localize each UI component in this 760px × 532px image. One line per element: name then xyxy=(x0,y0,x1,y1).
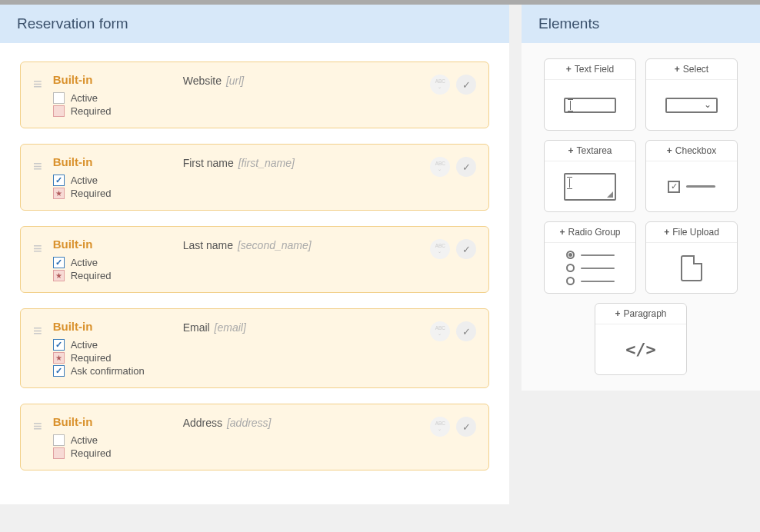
spellcheck-button[interactable]: ABC⌄ xyxy=(430,321,450,341)
field-label: Website [url] xyxy=(183,73,419,87)
element-preview xyxy=(646,161,737,211)
element-label: Select xyxy=(683,64,708,75)
required-checkbox[interactable] xyxy=(53,188,65,199)
field-actions: ABC⌄✓ xyxy=(430,320,476,341)
active-checkbox-row: Active xyxy=(53,175,172,186)
field-card-left: Built-inActiveRequiredAsk confirmation xyxy=(53,320,172,377)
field-label: Email [email] xyxy=(183,320,419,334)
required-checkbox-label: Required xyxy=(71,188,112,199)
drag-handle-icon[interactable]: ≡ xyxy=(33,73,42,91)
active-checkbox[interactable] xyxy=(53,257,65,268)
drag-handle-icon[interactable]: ≡ xyxy=(33,320,42,338)
confirm-button[interactable]: ✓ xyxy=(456,157,476,177)
spellcheck-button[interactable]: ABC⌄ xyxy=(430,75,450,95)
required-checkbox[interactable] xyxy=(53,105,65,117)
field-actions: ABC⌄✓ xyxy=(430,73,476,95)
element-title: +Textarea xyxy=(545,141,635,161)
drag-handle-icon[interactable]: ≡ xyxy=(33,415,42,434)
required-checkbox-label: Required xyxy=(71,352,112,364)
confirm-button[interactable]: ✓ xyxy=(456,417,476,437)
field-card-left: Built-inActiveRequired xyxy=(53,415,172,459)
confirm-button[interactable]: ✓ xyxy=(456,239,476,259)
element-title: +File Upload xyxy=(646,222,737,243)
field-type-label: Built-in xyxy=(53,415,172,428)
active-checkbox[interactable] xyxy=(53,175,65,186)
field-card-left: Built-inActiveRequired xyxy=(53,155,172,199)
element-preview xyxy=(545,80,635,130)
required-checkbox[interactable] xyxy=(53,270,65,281)
element-label: Paragraph xyxy=(623,308,666,319)
element-title: +Select xyxy=(646,59,737,80)
field-type-label: Built-in xyxy=(53,238,172,251)
spellcheck-button[interactable]: ABC⌄ xyxy=(430,417,450,437)
element-label: File Upload xyxy=(672,227,719,238)
element-radiogroup[interactable]: +Radio Group xyxy=(544,221,636,294)
active-checkbox-row: Active xyxy=(53,92,172,104)
field-slug: [address] xyxy=(224,417,271,429)
field-slug: [first_name] xyxy=(235,157,295,169)
field-card: ≡Built-inActiveRequiredWebsite [url]ABC⌄… xyxy=(20,62,489,128)
field-slug: [url] xyxy=(223,75,244,87)
active-checkbox-row: Active xyxy=(53,434,172,446)
plus-icon: + xyxy=(615,308,620,319)
required-checkbox-row: Required xyxy=(53,105,172,117)
plus-icon: + xyxy=(559,227,565,238)
app-root: Reservation form ≡Built-inActiveRequired… xyxy=(0,5,760,504)
plus-icon: + xyxy=(675,64,680,75)
element-title: +Paragraph xyxy=(595,304,686,324)
ask-confirmation-checkbox-label: Ask confirmation xyxy=(71,365,145,377)
required-checkbox-label: Required xyxy=(71,447,112,459)
element-title: +Radio Group xyxy=(545,222,635,243)
field-label-text: First name xyxy=(183,157,234,169)
field-label-text: Website xyxy=(183,75,222,87)
element-checkbox[interactable]: +Checkbox xyxy=(645,140,738,212)
elements-panel-title: Elements xyxy=(522,5,760,43)
element-title: +Checkbox xyxy=(646,141,737,161)
field-card-left: Built-inActiveRequired xyxy=(53,73,172,117)
element-textfield[interactable]: +Text Field xyxy=(544,58,636,131)
element-preview xyxy=(646,243,737,293)
field-card: ≡Built-inActiveRequiredLast name [second… xyxy=(20,226,489,293)
field-card-left: Built-inActiveRequired xyxy=(53,238,172,281)
element-preview: </> xyxy=(595,324,686,374)
active-checkbox[interactable] xyxy=(53,339,65,351)
element-textarea[interactable]: +Textarea xyxy=(544,140,636,212)
field-label-text: Last name xyxy=(183,239,233,251)
field-card: ≡Built-inActiveRequiredAsk confirmationE… xyxy=(20,308,489,388)
element-paragraph[interactable]: +Paragraph</> xyxy=(595,303,687,375)
elements-panel: Elements +Text Field+Select+Textarea+Che… xyxy=(522,5,760,391)
element-fileupload[interactable]: +File Upload xyxy=(645,221,738,294)
field-list: ≡Built-inActiveRequiredWebsite [url]ABC⌄… xyxy=(0,43,509,504)
active-checkbox-label: Active xyxy=(71,175,98,186)
active-checkbox-label: Active xyxy=(71,434,98,446)
plus-icon: + xyxy=(566,64,572,75)
confirm-button[interactable]: ✓ xyxy=(456,321,476,341)
drag-handle-icon[interactable]: ≡ xyxy=(33,155,42,174)
main-panel-title: Reservation form xyxy=(0,5,509,43)
active-checkbox-row: Active xyxy=(53,339,172,351)
element-preview xyxy=(545,161,635,211)
drag-handle-icon[interactable]: ≡ xyxy=(33,238,42,256)
field-type-label: Built-in xyxy=(53,73,172,86)
required-checkbox-row: Required xyxy=(53,352,172,364)
element-label: Radio Group xyxy=(568,227,620,238)
active-checkbox-label: Active xyxy=(71,257,98,268)
ask-confirmation-checkbox[interactable] xyxy=(53,365,65,377)
required-checkbox[interactable] xyxy=(53,352,65,364)
element-label: Text Field xyxy=(575,64,614,75)
field-actions: ABC⌄✓ xyxy=(430,155,476,177)
confirm-button[interactable]: ✓ xyxy=(456,75,476,95)
active-checkbox[interactable] xyxy=(53,434,65,446)
field-label: Address [address] xyxy=(183,415,419,429)
element-select[interactable]: +Select xyxy=(645,58,738,131)
required-checkbox-label: Required xyxy=(71,105,112,117)
required-checkbox[interactable] xyxy=(53,447,65,459)
spellcheck-button[interactable]: ABC⌄ xyxy=(430,157,450,177)
field-slug: [email] xyxy=(212,321,246,334)
active-checkbox[interactable] xyxy=(53,92,65,104)
field-slug: [second_name] xyxy=(235,239,312,251)
plus-icon: + xyxy=(664,227,669,238)
field-actions: ABC⌄✓ xyxy=(430,415,476,437)
spellcheck-button[interactable]: ABC⌄ xyxy=(430,239,450,259)
field-type-label: Built-in xyxy=(53,320,172,333)
